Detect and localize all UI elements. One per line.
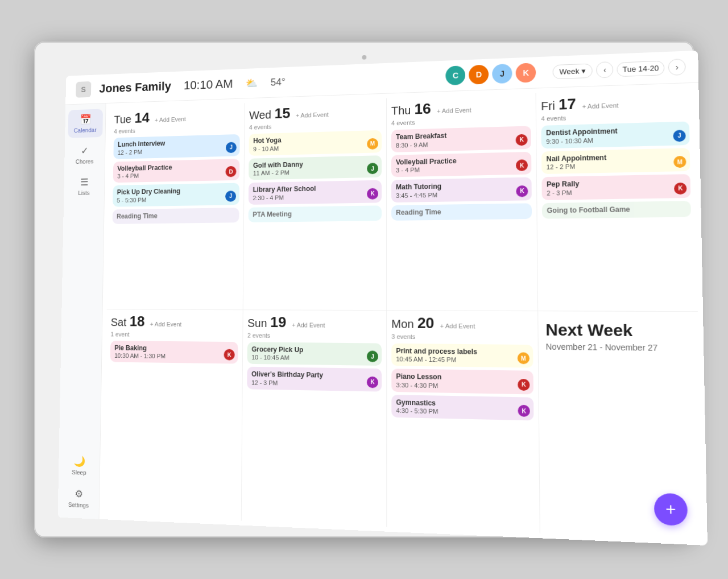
event-volleyball-tue[interactable]: Volleyball Practice 3 - 4 PM D xyxy=(113,159,240,183)
add-event-mon[interactable]: + Add Event xyxy=(440,322,475,329)
event-avatar-k8: K xyxy=(518,379,530,391)
current-time: 10:10 AM xyxy=(184,77,233,93)
day-column-wed: Wed 15 + Add Event 4 events Hot Yoga 9 -… xyxy=(243,98,387,310)
prev-arrow[interactable]: ‹ xyxy=(596,61,613,78)
chevron-down-icon: ▾ xyxy=(582,66,586,75)
event-count-sun: 2 events xyxy=(247,332,382,340)
event-hot-yoga[interactable]: Hot Yoga 9 - 10 AM M xyxy=(249,130,382,156)
event-avatar-j5: J xyxy=(367,351,378,362)
day-column-sat: Sat 18 + Add Event 1 event Pie Baking 10… xyxy=(104,309,243,521)
next-week-dates: November 21 - November 27 xyxy=(546,342,691,353)
event-avatar-k: K xyxy=(367,188,378,199)
event-avatar-j: J xyxy=(226,142,237,153)
events-fri: Dentist Appointment 9:30 - 10:30 AM J Na… xyxy=(541,121,691,219)
event-pie-baking[interactable]: Pie Baking 10:30 AM - 1:30 PM K xyxy=(110,341,238,364)
day-header-mon: Mon 20 + Add Event xyxy=(391,314,533,333)
sidebar-item-lists-label: Lists xyxy=(78,189,89,196)
family-name: Jones Family xyxy=(99,79,171,96)
events-wed: Hot Yoga 9 - 10 AM M Golf with Danny 11 … xyxy=(249,130,382,223)
temperature: 54° xyxy=(271,76,286,88)
lists-icon: ☰ xyxy=(80,176,89,188)
event-avatar-k2: K xyxy=(516,134,528,146)
event-nail[interactable]: Nail Appointment 12 - 2 PM M xyxy=(541,148,690,174)
event-gymnastics[interactable]: Gymnastics 4:30 - 5:30 PM K xyxy=(391,395,533,421)
event-pep-rally[interactable]: Pep Rally 2 - 3 PM K xyxy=(541,174,690,200)
add-event-thu[interactable]: + Add Event xyxy=(437,106,471,114)
event-lunch-interview[interactable]: Lunch Interview 12 - 2 PM J xyxy=(113,134,239,159)
chores-icon: ✓ xyxy=(81,145,89,157)
avatar-d[interactable]: D xyxy=(469,65,489,85)
event-avatar-k7: K xyxy=(367,377,378,388)
event-avatar-j4: J xyxy=(673,130,685,142)
sidebar: 📅 Calendar ✓ Chores ☰ Lists 🌙 Sleep xyxy=(58,104,106,519)
avatar-j[interactable]: J xyxy=(492,64,512,84)
event-volleyball-thu[interactable]: Volleyball Practice 3 - 4 PM K xyxy=(391,151,531,177)
add-event-wed[interactable]: + Add Event xyxy=(296,111,329,118)
add-event-fri[interactable]: + Add Event xyxy=(582,102,618,110)
next-week-title: Next Week xyxy=(545,320,690,340)
day-column-fri: Fri 17 + Add Event 4 events Dentist Appo… xyxy=(536,88,698,311)
main-layout: 📅 Calendar ✓ Chores ☰ Lists 🌙 Sleep xyxy=(58,83,708,546)
event-football[interactable]: Going to Football Game xyxy=(542,201,691,219)
add-event-sat[interactable]: + Add Event xyxy=(150,320,182,327)
add-event-sun[interactable]: + Add Event xyxy=(292,321,325,328)
event-avatar-k4: K xyxy=(516,185,528,197)
logo: S xyxy=(76,81,91,98)
event-reading-tue[interactable]: Reading Time xyxy=(113,208,239,224)
date-range: Tue 14-20 xyxy=(617,60,665,77)
event-grocery[interactable]: Grocery Pick Up 10 - 10:45 AM J xyxy=(247,342,382,366)
event-avatar-k5: K xyxy=(674,183,687,195)
event-avatar-m: M xyxy=(367,138,378,149)
avatar-k[interactable]: K xyxy=(516,63,536,82)
calendar-icon: 📅 xyxy=(80,114,91,126)
events-thu: Team Breakfast 8:30 - 9 AM K Volleyball … xyxy=(391,126,532,221)
event-team-breakfast[interactable]: Team Breakfast 8:30 - 9 AM K xyxy=(391,126,531,152)
avatar-c[interactable]: C xyxy=(446,65,466,85)
week-selector[interactable]: Week ▾ xyxy=(553,63,593,79)
sidebar-item-calendar-label: Calendar xyxy=(74,127,97,134)
day-header-sun: Sun 19 + Add Event xyxy=(247,313,382,332)
events-sun: Grocery Pick Up 10 - 10:45 AM J Oliver's… xyxy=(247,342,382,391)
sidebar-item-sleep[interactable]: 🌙 Sleep xyxy=(61,450,97,481)
add-event-tue[interactable]: + Add Event xyxy=(155,116,186,123)
event-count-sat: 1 event xyxy=(110,330,238,338)
event-labels[interactable]: Print and process labels 10:45 AM - 12:4… xyxy=(391,343,533,367)
event-math-tutoring[interactable]: Math Tutoring 3:45 - 4:45 PM K xyxy=(391,177,532,202)
event-pta[interactable]: PTA Meeting xyxy=(249,205,382,222)
sleep-icon: 🌙 xyxy=(73,455,85,468)
nav-controls: Week ▾ ‹ Tue 14-20 › xyxy=(553,59,686,80)
next-arrow[interactable]: › xyxy=(668,59,686,76)
day-header-fri: Fri 17 + Add Event xyxy=(541,92,689,114)
day-column-sun: Sun 19 + Add Event 2 events Grocery Pick… xyxy=(242,309,387,527)
day-column-thu: Thu 16 + Add Event 4 events Team Breakfa… xyxy=(387,93,538,311)
sidebar-item-settings-label: Settings xyxy=(68,501,89,508)
day-header-thu: Thu 16 + Add Event xyxy=(391,97,531,119)
sidebar-item-calendar[interactable]: 📅 Calendar xyxy=(68,109,103,138)
event-avatar-j2: J xyxy=(225,191,236,202)
event-count-mon: 3 events xyxy=(391,333,533,341)
day-header-sat: Sat 18 + Add Event xyxy=(111,313,238,330)
event-birthday[interactable]: Oliver's Birthday Party 12 - 3 PM K xyxy=(247,367,382,391)
day-header-wed: Wed 15 + Add Event xyxy=(249,102,382,123)
event-dentist[interactable]: Dentist Appointment 9:30 - 10:30 AM J xyxy=(541,121,690,148)
event-avatar-m3: M xyxy=(518,352,530,364)
settings-icon: ⚙ xyxy=(75,487,83,500)
avatar-group: C D J K xyxy=(446,63,536,85)
event-golf[interactable]: Golf with Danny 11 AM - 2 PM J xyxy=(249,155,382,180)
sidebar-item-chores-label: Chores xyxy=(76,158,94,165)
sidebar-item-sleep-label: Sleep xyxy=(72,469,86,476)
day-header-tue: Tue 14 + Add Event xyxy=(114,106,240,127)
event-dry-cleaning[interactable]: Pick Up Dry Cleaning 5 - 5:30 PM J xyxy=(113,183,239,207)
day-column-mon: Mon 20 + Add Event 3 events Print and pr… xyxy=(387,310,540,533)
events-mon: Print and process labels 10:45 AM - 12:4… xyxy=(391,343,533,421)
sidebar-item-chores[interactable]: ✓ Chores xyxy=(67,140,102,169)
event-piano[interactable]: Piano Lesson 3:30 - 4:30 PM K xyxy=(391,369,533,394)
week-label: Week xyxy=(559,67,579,76)
event-reading-thu[interactable]: Reading Time xyxy=(391,203,532,221)
weather-icon: ⛅ xyxy=(246,77,258,89)
events-sat: Pie Baking 10:30 AM - 1:30 PM K xyxy=(110,341,238,364)
sidebar-item-settings[interactable]: ⚙ Settings xyxy=(61,483,97,514)
day-column-tue: Tue 14 + Add Event 4 events Lunch Interv… xyxy=(107,103,245,309)
event-library[interactable]: Library After School 2:30 - 4 PM K xyxy=(249,180,382,205)
sidebar-item-lists[interactable]: ☰ Lists xyxy=(67,172,102,201)
